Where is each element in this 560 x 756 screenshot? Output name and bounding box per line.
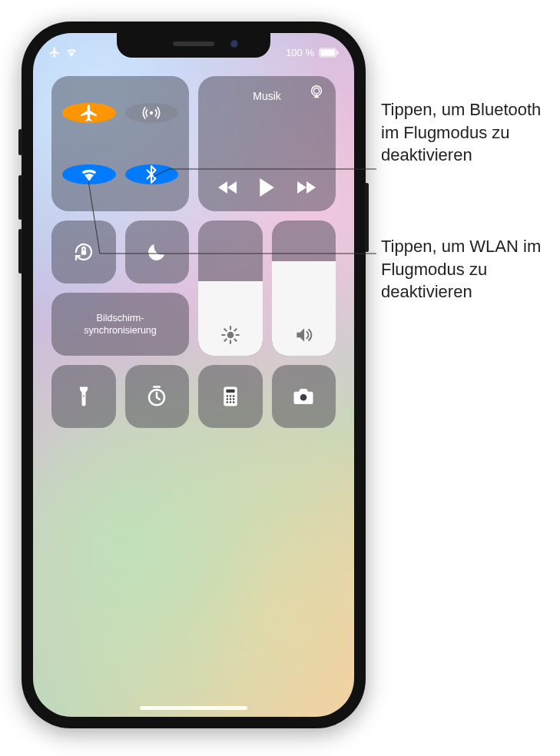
- svg-point-29: [300, 394, 307, 401]
- svg-point-26: [226, 401, 228, 403]
- side-button-power: [365, 183, 369, 252]
- do-not-disturb-toggle[interactable]: [125, 220, 190, 284]
- notch: [117, 33, 270, 58]
- wifi-toggle[interactable]: [62, 164, 116, 184]
- svg-line-15: [234, 329, 236, 330]
- svg-point-27: [230, 401, 232, 403]
- calculator-button[interactable]: [198, 365, 263, 428]
- cellular-data-toggle[interactable]: [125, 103, 179, 123]
- battery-percent: 100 %: [286, 47, 314, 58]
- svg-point-22: [233, 395, 235, 397]
- screen-mirroring-button[interactable]: Bildschirm- synchronisierung: [51, 293, 189, 356]
- callout-bluetooth: Tippen, um Bluetooth im Flugmodus zu dea…: [381, 98, 550, 167]
- now-playing-tile[interactable]: Musik: [198, 76, 336, 211]
- battery-icon: [319, 48, 339, 58]
- svg-rect-2: [337, 51, 339, 55]
- next-track-button[interactable]: [290, 171, 322, 204]
- airplane-status-icon: [48, 46, 61, 58]
- svg-line-13: [234, 339, 236, 340]
- phone-frame: 100 %: [22, 22, 366, 728]
- svg-point-28: [233, 401, 235, 403]
- airplane-mode-toggle[interactable]: [62, 103, 116, 123]
- volume-slider[interactable]: [272, 220, 336, 356]
- side-button-vol-up: [18, 175, 22, 220]
- side-button-vol-down: [18, 229, 22, 274]
- svg-point-23: [226, 398, 228, 400]
- brightness-slider[interactable]: [198, 220, 263, 356]
- control-center: Musik: [51, 76, 336, 428]
- svg-line-12: [224, 329, 226, 330]
- svg-line-14: [224, 339, 226, 340]
- svg-point-4: [312, 86, 322, 96]
- svg-point-5: [313, 88, 319, 94]
- screen: 100 %: [33, 33, 354, 717]
- side-button-silence: [18, 129, 22, 155]
- bluetooth-toggle[interactable]: [125, 164, 179, 184]
- front-camera: [230, 40, 238, 48]
- timer-button[interactable]: [125, 365, 190, 428]
- play-button[interactable]: [250, 171, 283, 204]
- svg-point-7: [227, 332, 234, 339]
- airplay-icon[interactable]: [308, 84, 325, 104]
- svg-point-25: [233, 398, 235, 400]
- orientation-lock-toggle[interactable]: [51, 220, 116, 284]
- svg-point-3: [150, 111, 153, 114]
- screen-mirroring-label: Bildschirm- synchronisierung: [84, 312, 157, 337]
- svg-point-21: [230, 395, 232, 397]
- music-title: Musik: [253, 90, 281, 102]
- home-indicator[interactable]: [140, 706, 247, 710]
- prev-track-button[interactable]: [212, 171, 244, 204]
- connectivity-group[interactable]: [51, 76, 189, 211]
- svg-rect-19: [226, 390, 234, 393]
- svg-rect-6: [81, 250, 86, 255]
- wifi-status-icon: [65, 48, 78, 57]
- callout-wlan: Tippen, um WLAN im Flugmodus zu deaktivi…: [381, 235, 550, 303]
- speaker-grille: [173, 41, 214, 46]
- svg-point-24: [230, 398, 232, 400]
- svg-point-20: [226, 395, 228, 397]
- camera-button[interactable]: [272, 365, 336, 428]
- flashlight-button[interactable]: [51, 365, 116, 428]
- svg-rect-1: [320, 49, 336, 55]
